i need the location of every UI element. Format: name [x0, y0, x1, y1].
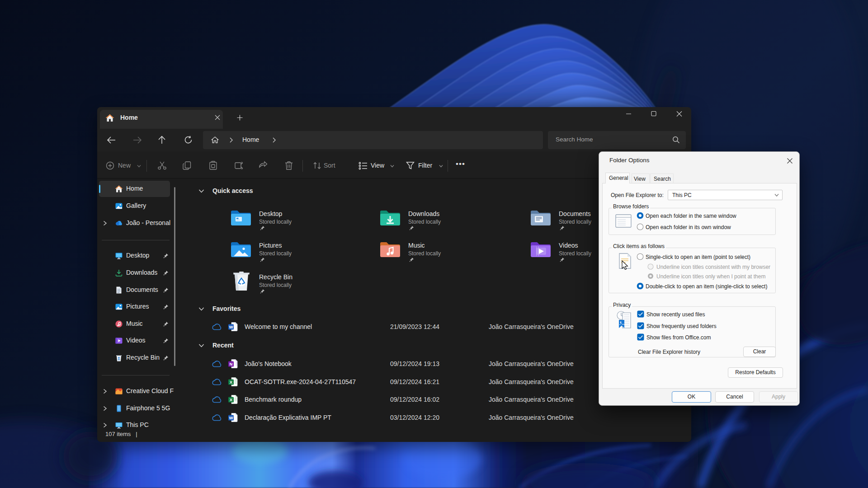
svg-text:N: N: [230, 361, 233, 366]
svg-text:W: W: [229, 415, 233, 420]
svg-text:X: X: [230, 397, 233, 402]
svg-text:X: X: [230, 380, 233, 385]
svg-text:W: W: [229, 324, 233, 329]
